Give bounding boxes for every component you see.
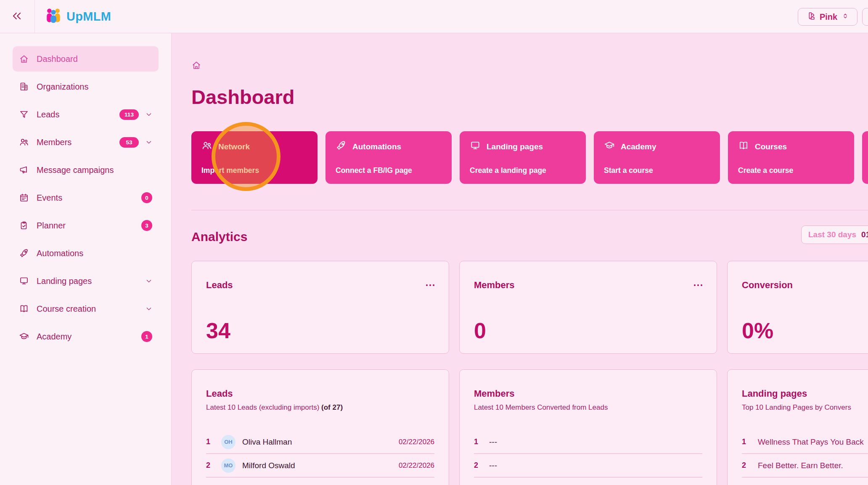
theme-selector-button[interactable]: Pink <box>798 8 857 26</box>
avatar: MO <box>221 458 236 473</box>
action-card-partial[interactable]: C <box>862 131 868 184</box>
date-range-value: 01/2 <box>861 230 868 239</box>
action-card-subtitle: Create a landing page <box>470 166 576 175</box>
sidebar-item-label: Members <box>37 138 71 147</box>
theme-name: Pink <box>820 12 837 22</box>
sidebar-item-label: Academy <box>37 332 71 342</box>
app-title: UpMLM <box>66 10 111 24</box>
list-item[interactable]: 1 --- <box>474 430 702 454</box>
lead-date: 02/22/2026 <box>399 461 434 470</box>
avatar: OH <box>221 435 236 449</box>
member-name: --- <box>489 461 497 470</box>
people-icon <box>201 140 212 153</box>
sidebar-item-events[interactable]: Events 0 <box>13 185 159 210</box>
sidebar-item-leads[interactable]: Leads 113 <box>13 102 159 127</box>
member-name: --- <box>489 437 497 447</box>
action-card-title: Landing pages <box>487 142 543 151</box>
lead-name: Milford Oswald <box>242 461 295 470</box>
list-card-subtitle: Latest 10 Members Converted from Leads <box>474 403 702 412</box>
sidebar-item-landing-pages[interactable]: Landing pages <box>13 268 159 294</box>
calendar-icon <box>19 193 29 203</box>
breadcrumb-home-icon[interactable] <box>191 60 201 70</box>
planner-count-badge: 3 <box>141 220 152 231</box>
app-logo: UpMLM <box>45 7 111 26</box>
clipped-toolbar-button[interactable] <box>862 8 868 26</box>
sidebar: Dashboard Organizations Leads 113 <box>0 33 172 485</box>
collapse-sidebar-button[interactable] <box>6 8 28 25</box>
action-card-title: Academy <box>621 142 656 151</box>
more-menu-icon[interactable] <box>694 284 702 286</box>
topbar-divider <box>34 0 35 33</box>
landing-page-name: Wellness That Pays You Back <box>758 437 864 447</box>
building-icon <box>19 82 29 92</box>
sidebar-item-label: Leads <box>37 110 60 119</box>
home-icon <box>19 54 29 64</box>
list-card-members: Members Latest 10 Members Converted from… <box>459 369 717 485</box>
stat-card-title: Members <box>474 280 515 291</box>
open-book-icon <box>738 140 749 153</box>
date-range-preset: Last 30 days <box>808 230 856 239</box>
sidebar-item-label: Automations <box>37 249 83 258</box>
chevron-down-icon[interactable] <box>146 278 152 284</box>
topbar: UpMLM Pink <box>0 0 868 33</box>
sidebar-item-message-campaigns[interactable]: Message campaigns <box>13 157 159 183</box>
events-count-badge: 0 <box>141 192 152 203</box>
monitor-icon <box>470 140 481 153</box>
rocket-icon <box>19 248 29 258</box>
action-card-landing-pages[interactable]: Landing pages Create a landing page <box>460 131 586 184</box>
academy-count-badge: 1 <box>141 331 152 342</box>
list-item[interactable]: 2 MO Milford Oswald 02/22/2026 <box>206 454 434 477</box>
stat-card-value: 0% <box>742 320 868 342</box>
chevron-down-icon[interactable] <box>146 305 152 312</box>
members-count-badge: 53 <box>119 137 139 148</box>
sidebar-item-organizations[interactable]: Organizations <box>13 74 159 99</box>
list-item[interactable]: 2 --- <box>474 454 702 477</box>
chevron-updown-icon <box>842 12 849 21</box>
list-item[interactable]: 1 OH Oliva Hallman 02/22/2026 <box>206 430 434 454</box>
sidebar-item-course-creation[interactable]: Course creation <box>13 296 159 321</box>
landing-page-name: Feel Better. Earn Better. <box>758 461 843 470</box>
funnel-icon <box>19 109 29 119</box>
stat-card-leads: Leads 34 <box>191 261 449 354</box>
list-card-title: Landing pages <box>742 388 868 399</box>
stat-card-value: 0 <box>474 320 702 342</box>
sidebar-item-members[interactable]: Members 53 <box>13 130 159 155</box>
palette-icon <box>806 11 815 22</box>
list-item[interactable]: 2 Feel Better. Earn Better. <box>742 454 868 477</box>
stat-card-conversion: Conversion 0% <box>727 261 868 354</box>
graduation-cap-icon <box>604 140 615 153</box>
list-card-subtitle: Latest 10 Leads (excluding imports) (of … <box>206 403 434 412</box>
stat-card-value: 34 <box>206 320 434 342</box>
sidebar-item-automations[interactable]: Automations <box>13 241 159 266</box>
action-card-subtitle: Connect a FB/IG page <box>336 166 442 175</box>
action-card-automations[interactable]: Automations Connect a FB/IG page <box>326 131 452 184</box>
list-card-subtitle: Top 10 Landing Pages by Convers <box>742 403 868 412</box>
sidebar-item-label: Landing pages <box>37 276 92 286</box>
list-card-title: Members <box>474 388 702 399</box>
list-item[interactable]: 1 Wellness That Pays You Back <box>742 430 868 454</box>
date-range-button[interactable]: Last 30 days 01/2 <box>801 225 868 244</box>
stat-card-title: Leads <box>206 280 233 291</box>
sidebar-item-planner[interactable]: Planner 3 <box>13 213 159 238</box>
sidebar-item-label: Organizations <box>37 82 88 92</box>
stat-card-title: Conversion <box>742 280 793 291</box>
list-cards-row: Leads Latest 10 Leads (excluding imports… <box>191 369 868 485</box>
lead-date: 02/22/2026 <box>399 438 434 446</box>
action-card-courses[interactable]: Courses Create a course <box>728 131 854 184</box>
quick-action-row: Network Import members Automations Conne… <box>191 131 868 184</box>
action-card-subtitle: Create a course <box>738 166 844 175</box>
chevron-down-icon[interactable] <box>146 139 152 146</box>
people-icon <box>19 137 29 147</box>
more-menu-icon[interactable] <box>426 284 434 286</box>
sidebar-item-academy[interactable]: Academy 1 <box>13 324 159 349</box>
action-card-academy[interactable]: Academy Start a course <box>594 131 720 184</box>
leads-count-badge: 113 <box>119 109 139 120</box>
monitor-icon <box>19 276 29 286</box>
clipboard-check-icon <box>19 220 29 231</box>
chevron-down-icon[interactable] <box>146 111 152 118</box>
graduation-cap-icon <box>19 331 29 342</box>
stat-cards-row: Leads 34 Members 0 Conversion 0% <box>191 261 868 354</box>
sidebar-item-dashboard[interactable]: Dashboard <box>13 46 159 72</box>
main-content: Dashboard Network Import members <box>172 33 868 485</box>
list-card-landing-pages: Landing pages Top 10 Landing Pages by Co… <box>727 369 868 485</box>
